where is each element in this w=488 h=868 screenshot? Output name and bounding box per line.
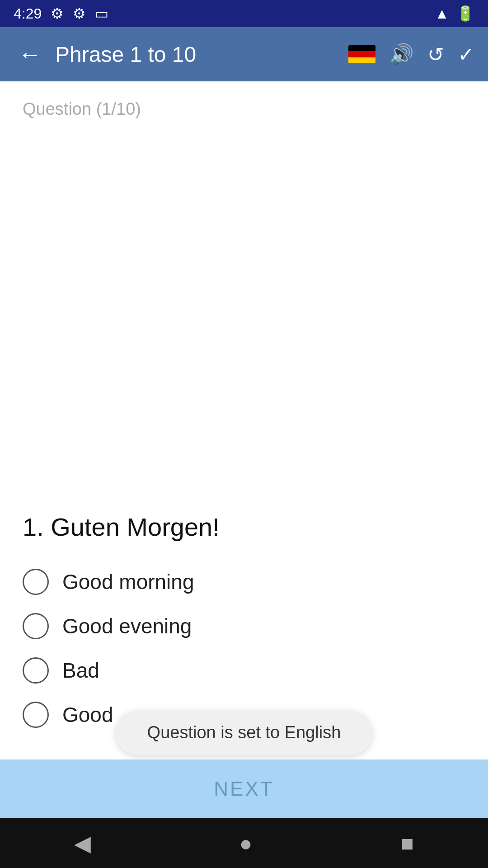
radio-2[interactable] (23, 613, 49, 639)
clipboard-icon: ▭ (95, 5, 108, 22)
option-label-2: Good evening (62, 614, 192, 638)
status-bar: 4:29 ⚙ ⚙ ▭ ▲ 🔋 (0, 0, 488, 27)
main-content: Question (1/10) 1. Guten Morgen! Good mo… (0, 81, 488, 760)
option-item-2[interactable]: Good evening (18, 609, 470, 644)
nav-recent-icon[interactable]: ■ (401, 831, 414, 856)
question-label: Question (1/10) (0, 81, 488, 132)
settings1-icon: ⚙ (51, 5, 64, 22)
option-item-1[interactable]: Good morning (18, 564, 470, 599)
toast-message: Question is set to English (116, 710, 373, 755)
sound-icon[interactable]: 🔊 (389, 42, 414, 66)
radio-1[interactable] (23, 569, 49, 595)
nav-home-icon[interactable]: ● (239, 831, 252, 856)
signal-icon: ▲ (435, 5, 449, 22)
next-button[interactable]: NEXT (214, 778, 274, 800)
status-left: 4:29 ⚙ ⚙ ▭ (14, 5, 108, 22)
refresh-icon[interactable]: ↺ (427, 43, 444, 66)
status-right: ▲ 🔋 (435, 5, 474, 22)
nav-bar: ◀ ● ■ (0, 818, 488, 868)
bottom-bar[interactable]: NEXT (0, 760, 488, 818)
question-text: 1. Guten Morgen! (0, 494, 488, 564)
page-title: Phrase 1 to 10 (55, 42, 339, 67)
check-icon[interactable]: ✓ (458, 43, 474, 66)
battery-icon: 🔋 (456, 5, 474, 22)
back-button[interactable]: ← (14, 36, 46, 72)
app-bar-actions: 🔊 ↺ ✓ (348, 42, 474, 66)
app-bar: ← Phrase 1 to 10 🔊 ↺ ✓ (0, 27, 488, 81)
radio-4[interactable] (23, 702, 49, 728)
radio-3[interactable] (23, 657, 49, 684)
option-label-1: Good morning (62, 570, 194, 594)
spacer (0, 132, 488, 494)
german-flag-icon[interactable] (348, 45, 375, 63)
settings2-icon: ⚙ (73, 5, 86, 22)
option-item-3[interactable]: Bad (18, 653, 470, 688)
status-time: 4:29 (14, 5, 42, 22)
option-label-3: Bad (62, 658, 99, 683)
option-label-4: Good (62, 703, 113, 727)
nav-back-icon[interactable]: ◀ (74, 830, 91, 856)
